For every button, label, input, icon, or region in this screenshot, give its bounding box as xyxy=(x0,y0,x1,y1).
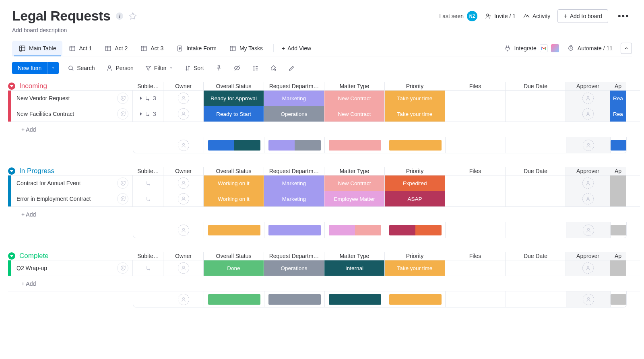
more-icon[interactable]: ••• xyxy=(615,11,632,21)
tab-main-table[interactable]: Main Table xyxy=(12,41,62,56)
files-cell[interactable] xyxy=(445,191,505,206)
item-name[interactable]: New Vendor Request xyxy=(17,95,70,101)
owner-placeholder-icon[interactable] xyxy=(178,225,189,236)
edit-icon[interactable] xyxy=(286,63,297,73)
conversation-icon[interactable] xyxy=(117,193,128,204)
owner-placeholder-icon[interactable] xyxy=(583,294,594,305)
approval-status-cell[interactable] xyxy=(610,260,626,276)
automate-button[interactable]: Automate / 11 xyxy=(567,45,613,52)
status-cell[interactable]: Working on it xyxy=(203,175,264,191)
search-button[interactable]: Search xyxy=(65,63,97,73)
column-header-due-date[interactable]: Due Date xyxy=(505,82,566,90)
column-header-owner[interactable]: Owner xyxy=(163,167,203,175)
due-date-cell[interactable] xyxy=(505,260,566,276)
owner-placeholder-icon[interactable] xyxy=(178,294,189,305)
files-cell[interactable] xyxy=(445,106,505,122)
column-header-department[interactable]: Request Departm… xyxy=(264,167,324,175)
column-header-priority[interactable]: Priority xyxy=(384,82,445,90)
column-header-matter[interactable]: Matter Type xyxy=(324,82,384,90)
due-date-cell[interactable] xyxy=(505,175,566,191)
group-name[interactable]: In Progress xyxy=(19,167,54,175)
column-header-matter[interactable]: Matter Type xyxy=(324,167,384,175)
owner-cell[interactable] xyxy=(163,175,203,191)
department-cell[interactable]: Operations xyxy=(264,260,324,276)
add-view-button[interactable]: + Add View xyxy=(282,45,311,52)
subitems-cell[interactable] xyxy=(133,175,163,191)
column-header-approver[interactable]: Approver xyxy=(566,252,610,260)
item-name[interactable]: New Facilities Contract xyxy=(17,111,74,117)
group-name[interactable]: Incoming xyxy=(19,82,47,90)
group-collapse-icon[interactable] xyxy=(8,252,15,260)
owner-placeholder-icon[interactable] xyxy=(583,225,594,236)
owner-placeholder-icon[interactable] xyxy=(178,140,189,151)
approver-cell[interactable] xyxy=(566,175,610,191)
priority-cell[interactable]: Expedited xyxy=(384,175,445,191)
status-cell[interactable]: Working on it xyxy=(203,191,264,206)
pin-icon[interactable] xyxy=(213,63,225,73)
column-header-subitems[interactable]: Subite… xyxy=(133,82,163,90)
column-header-matter[interactable]: Matter Type xyxy=(324,252,384,260)
invite-button[interactable]: Invite / 1 xyxy=(485,12,516,20)
matter-cell[interactable]: New Contract xyxy=(324,175,384,191)
subitems-cell[interactable] xyxy=(133,191,163,206)
approval-status-cell[interactable] xyxy=(610,191,626,206)
priority-cell[interactable]: Take your time xyxy=(384,106,445,122)
owner-placeholder-icon[interactable] xyxy=(178,262,189,274)
person-filter-button[interactable]: Person xyxy=(103,63,136,73)
tab-act-2[interactable]: Act 2 xyxy=(98,41,134,56)
approver-cell[interactable] xyxy=(566,91,610,106)
owner-placeholder-icon[interactable] xyxy=(582,262,594,274)
table-row[interactable]: Error in Employment Contract Working on … xyxy=(8,191,640,206)
column-header-approval-status[interactable]: Ap xyxy=(610,82,626,90)
owner-cell[interactable] xyxy=(163,191,203,206)
column-header-status[interactable]: Overall Status xyxy=(203,252,264,260)
board-description[interactable]: Add board description xyxy=(12,27,632,33)
group-collapse-icon[interactable] xyxy=(8,83,15,90)
priority-cell[interactable]: ASAP xyxy=(384,191,445,206)
column-header-status[interactable]: Overall Status xyxy=(203,167,264,175)
conversation-icon[interactable] xyxy=(117,177,128,189)
approver-cell[interactable] xyxy=(566,260,610,276)
column-header-approver[interactable]: Approver xyxy=(566,167,610,175)
owner-placeholder-icon[interactable] xyxy=(582,93,594,104)
add-to-board-button[interactable]: + Add to board xyxy=(557,9,608,23)
matter-cell[interactable]: Internal xyxy=(324,260,384,276)
tab-intake-form[interactable]: Intake Form xyxy=(170,41,223,56)
subitems-cell[interactable] xyxy=(133,260,163,276)
item-name[interactable]: Contract for Annual Event xyxy=(17,180,81,186)
column-header-approval-status[interactable]: Ap xyxy=(610,252,626,260)
column-header-due-date[interactable]: Due Date xyxy=(505,167,566,175)
column-header-department[interactable]: Request Departm… xyxy=(264,252,324,260)
owner-placeholder-icon[interactable] xyxy=(583,140,594,151)
board-title[interactable]: Legal Requests xyxy=(12,8,110,24)
table-row[interactable]: Q2 Wrap-up Done Operations Internal Take… xyxy=(8,260,640,276)
group-name[interactable]: Complete xyxy=(19,252,49,260)
column-header-status[interactable]: Overall Status xyxy=(203,82,264,90)
info-icon[interactable]: i xyxy=(116,12,123,20)
owner-placeholder-icon[interactable] xyxy=(582,193,594,204)
conversation-icon[interactable] xyxy=(117,262,128,274)
owner-cell[interactable] xyxy=(163,106,203,122)
item-name[interactable]: Q2 Wrap-up xyxy=(17,265,47,271)
tab-act-3[interactable]: Act 3 xyxy=(134,41,170,56)
files-cell[interactable] xyxy=(445,91,505,106)
new-item-dropdown[interactable] xyxy=(47,62,59,74)
collapse-header-button[interactable] xyxy=(621,43,632,54)
approver-cell[interactable] xyxy=(566,191,610,206)
approval-status-cell[interactable]: Rea xyxy=(610,106,626,122)
filter-button[interactable]: Filter xyxy=(142,63,175,73)
subitems-cell[interactable]: 3 xyxy=(133,106,163,122)
approver-cell[interactable] xyxy=(566,106,610,122)
conversation-icon[interactable] xyxy=(117,108,128,120)
column-header-files[interactable]: Files xyxy=(445,82,505,90)
owner-placeholder-icon[interactable] xyxy=(582,108,594,120)
status-cell[interactable]: Done xyxy=(203,260,264,276)
due-date-cell[interactable] xyxy=(505,191,566,206)
priority-cell[interactable]: Take your time xyxy=(384,260,445,276)
tab-my-tasks[interactable]: My Tasks xyxy=(223,41,269,56)
table-row[interactable]: New Facilities Contract 3 Ready to Start… xyxy=(8,106,640,122)
column-header-subitems[interactable]: Subite… xyxy=(133,252,163,260)
matter-cell[interactable]: New Contract xyxy=(324,106,384,122)
column-header-owner[interactable]: Owner xyxy=(163,82,203,90)
column-header-owner[interactable]: Owner xyxy=(163,252,203,260)
